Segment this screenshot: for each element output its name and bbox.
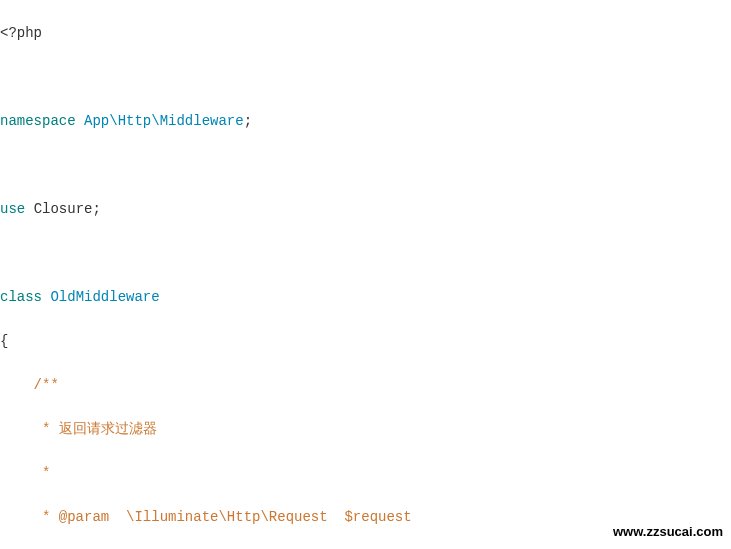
- code-line-blank: [0, 242, 731, 264]
- docblock-open: /**: [34, 377, 59, 393]
- brace-open: {: [0, 333, 8, 349]
- code-line: * 返回请求过滤器: [0, 418, 731, 440]
- docblock-desc: * 返回请求过滤器: [34, 421, 157, 437]
- keyword-class: class: [0, 289, 42, 305]
- docblock-param1: * @param \Illuminate\Http\Request $reque…: [34, 509, 412, 525]
- code-line: {: [0, 330, 731, 352]
- code-line: namespace App\Http\Middleware;: [0, 110, 731, 132]
- semicolon: ;: [244, 113, 252, 129]
- code-line: /**: [0, 374, 731, 396]
- code-line-blank: [0, 66, 731, 88]
- code-line: class OldMiddleware: [0, 286, 731, 308]
- watermark-text: www.zzsucai.com: [613, 521, 723, 543]
- code-line-blank: [0, 154, 731, 176]
- use-class: Closure;: [34, 201, 101, 217]
- php-open-tag: <?php: [0, 25, 42, 41]
- docblock-blank: *: [34, 465, 51, 481]
- keyword-use: use: [0, 201, 25, 217]
- php-code-block: <?php namespace App\Http\Middleware; use…: [0, 0, 731, 549]
- code-line: *: [0, 462, 731, 484]
- code-line: <?php: [0, 22, 731, 44]
- code-line: use Closure;: [0, 198, 731, 220]
- namespace-path: App\Http\Middleware: [84, 113, 244, 129]
- keyword-namespace: namespace: [0, 113, 76, 129]
- class-name: OldMiddleware: [50, 289, 159, 305]
